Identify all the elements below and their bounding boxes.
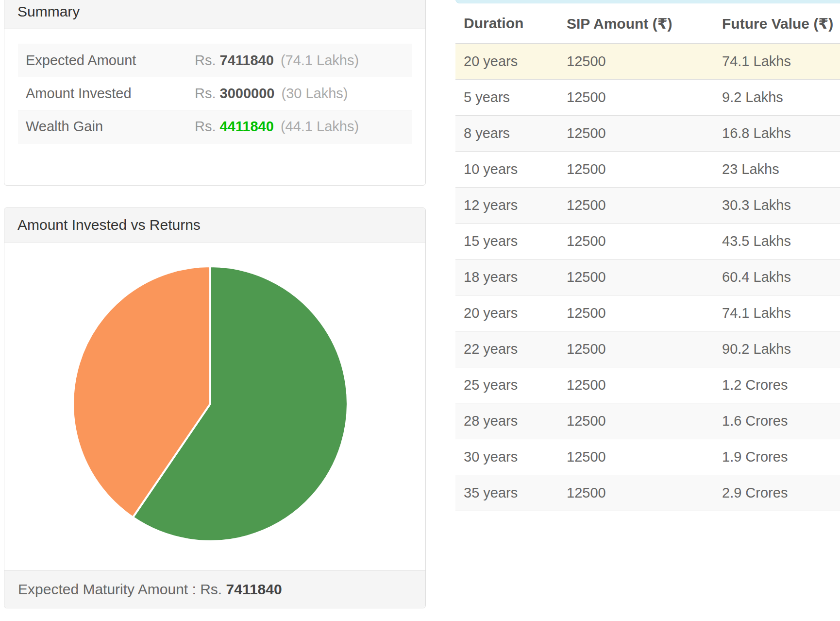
- table-cell: 12500: [558, 152, 714, 188]
- table-cell: 12500: [558, 188, 714, 224]
- table-cell: 30 years: [455, 439, 558, 475]
- currency-prefix: Rs.: [195, 86, 220, 101]
- table-cell: 12500: [558, 43, 714, 80]
- table-cell: 9.2 Lakhs: [714, 80, 840, 116]
- summary-row-value: Rs. 7411840(74.1 Lakhs): [195, 44, 412, 77]
- table-cell: 12500: [558, 295, 714, 331]
- sip-table-row[interactable]: 28 years125001.6 Crores: [455, 403, 840, 439]
- table-cell: 12500: [558, 475, 714, 511]
- pie-chart: [66, 259, 354, 548]
- table-cell: 12500: [558, 224, 714, 259]
- summary-panel-body: Expected AmountRs. 7411840(74.1 Lakhs)Am…: [4, 44, 425, 143]
- sip-table-row[interactable]: 35 years125002.9 Crores: [455, 475, 840, 511]
- table-cell: 20 years: [455, 43, 558, 80]
- table-cell: 5 years: [455, 80, 558, 116]
- sip-table-row[interactable]: 10 years1250023 Lakhs: [455, 152, 840, 188]
- summary-row: Wealth GainRs. 4411840(44.1 Lakhs): [18, 110, 412, 143]
- expected-maturity-footer: Expected Maturity Amount : Rs. 7411840: [4, 570, 425, 608]
- info-alert-bottom-edge: [455, 0, 840, 3]
- table-cell: 60.4 Lakhs: [714, 259, 840, 295]
- chart-panel-title: Amount Invested vs Returns: [4, 208, 425, 242]
- column-header: Future Value (₹): [714, 4, 840, 43]
- sip-duration-table: DurationSIP Amount (₹)Future Value (₹) 2…: [455, 4, 840, 511]
- summary-row-label: Expected Amount: [18, 44, 195, 77]
- summary-panel: Summary Expected AmountRs. 7411840(74.1 …: [4, 0, 426, 186]
- summary-row: Expected AmountRs. 7411840(74.1 Lakhs): [18, 44, 412, 77]
- table-cell: 12500: [558, 331, 714, 367]
- sip-table-row[interactable]: 22 years1250090.2 Lakhs: [455, 331, 840, 367]
- table-cell: 30.3 Lakhs: [714, 188, 840, 224]
- table-cell: 74.1 Lakhs: [714, 43, 840, 80]
- currency-prefix: Rs.: [195, 119, 220, 134]
- table-cell: 1.9 Crores: [714, 439, 840, 475]
- summary-table: Expected AmountRs. 7411840(74.1 Lakhs)Am…: [18, 44, 412, 143]
- table-cell: 2.9 Crores: [714, 475, 840, 511]
- amount-value: 3000000: [220, 86, 275, 101]
- table-cell: 18 years: [455, 259, 558, 295]
- column-header: SIP Amount (₹): [558, 4, 714, 43]
- amount-in-words: (30 Lakhs): [281, 86, 348, 101]
- amount-in-words: (44.1 Lakhs): [281, 119, 359, 134]
- summary-panel-title: Summary: [4, 0, 425, 29]
- sip-table-row[interactable]: 12 years1250030.3 Lakhs: [455, 188, 840, 224]
- amount-value: 7411840: [220, 52, 274, 68]
- sip-table-row[interactable]: 25 years125001.2 Crores: [455, 367, 840, 403]
- table-cell: 43.5 Lakhs: [714, 224, 840, 259]
- summary-row-value: Rs. 4411840(44.1 Lakhs): [195, 110, 412, 143]
- table-cell: 15 years: [455, 224, 558, 259]
- sip-table-header-row: DurationSIP Amount (₹)Future Value (₹): [455, 4, 840, 43]
- expected-maturity-label: Expected Maturity Amount : Rs.: [18, 581, 226, 597]
- table-cell: 12500: [558, 403, 714, 439]
- table-cell: 12500: [558, 367, 714, 403]
- column-header: Duration: [455, 4, 558, 43]
- sip-table-row[interactable]: 8 years1250016.8 Lakhs: [455, 116, 840, 152]
- sip-table-row[interactable]: 18 years1250060.4 Lakhs: [455, 259, 840, 295]
- summary-row-value: Rs. 3000000(30 Lakhs): [195, 77, 412, 110]
- table-cell: 12500: [558, 116, 714, 152]
- sip-table-row[interactable]: 30 years125001.9 Crores: [455, 439, 840, 475]
- table-cell: 22 years: [455, 331, 558, 367]
- table-cell: 20 years: [455, 295, 558, 331]
- table-cell: 16.8 Lakhs: [714, 116, 840, 152]
- expected-maturity-value: 7411840: [226, 581, 282, 597]
- sip-table-row[interactable]: 15 years1250043.5 Lakhs: [455, 224, 840, 259]
- table-cell: 12 years: [455, 188, 558, 224]
- table-cell: 35 years: [455, 475, 558, 511]
- amount-value: 4411840: [220, 119, 274, 134]
- summary-row-label: Wealth Gain: [18, 110, 195, 143]
- table-cell: 12500: [558, 259, 714, 295]
- invested-vs-returns-panel: Amount Invested vs Returns Expected Matu…: [4, 207, 426, 608]
- table-cell: 10 years: [455, 152, 558, 188]
- table-cell: 74.1 Lakhs: [714, 295, 840, 331]
- table-cell: 25 years: [455, 367, 558, 403]
- sip-calculator-results-page: Summary Expected AmountRs. 7411840(74.1 …: [0, 0, 840, 621]
- table-cell: 1.6 Crores: [714, 403, 840, 439]
- summary-row-label: Amount Invested: [18, 77, 195, 110]
- currency-prefix: Rs.: [195, 52, 220, 68]
- summary-row: Amount InvestedRs. 3000000(30 Lakhs): [18, 77, 412, 110]
- pie-chart-area: [4, 242, 425, 569]
- table-cell: 23 Lakhs: [714, 152, 840, 188]
- table-cell: 90.2 Lakhs: [714, 331, 840, 367]
- sip-table-row[interactable]: 20 years1250074.1 Lakhs: [455, 295, 840, 331]
- sip-table-row[interactable]: 20 years1250074.1 Lakhs: [455, 43, 840, 80]
- table-cell: 8 years: [455, 116, 558, 152]
- table-cell: 12500: [558, 439, 714, 475]
- sip-table-row[interactable]: 5 years125009.2 Lakhs: [455, 80, 840, 116]
- table-cell: 28 years: [455, 403, 558, 439]
- table-cell: 1.2 Crores: [714, 367, 840, 403]
- amount-in-words: (74.1 Lakhs): [281, 52, 359, 68]
- table-cell: 12500: [558, 80, 714, 116]
